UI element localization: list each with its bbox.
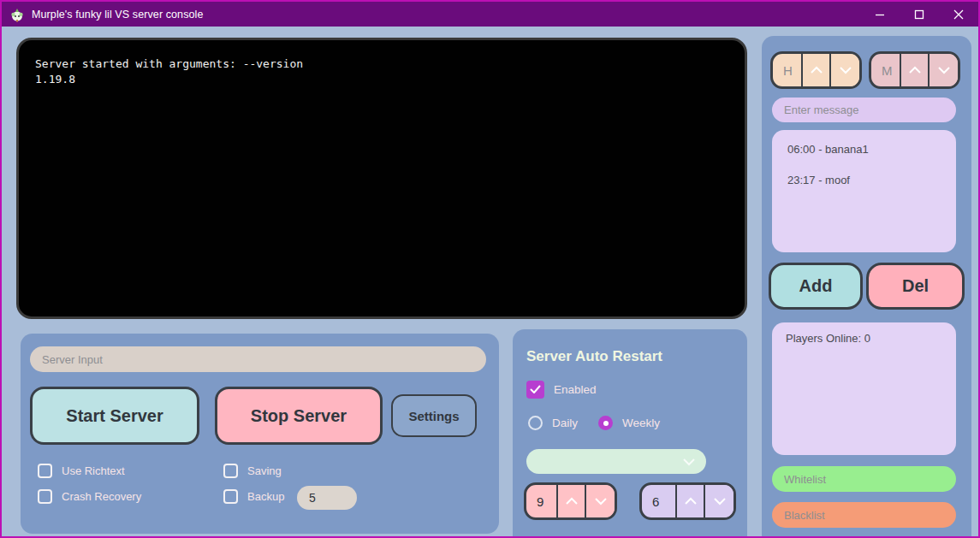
check-icon — [530, 385, 541, 394]
checkbox-label: Use Richtext — [62, 464, 125, 477]
window-title: Murple's funky lil VS server console — [32, 9, 204, 21]
console-output[interactable]: Server started with arguments: --version… — [16, 38, 747, 319]
spinner-down-button[interactable] — [930, 54, 958, 86]
players-online-header: Players Online: 0 — [786, 332, 942, 345]
chevron-up-icon — [908, 66, 922, 74]
start-server-button[interactable]: Start Server — [30, 387, 199, 445]
checkbox-label: Saving — [247, 464, 282, 477]
spinner-value[interactable]: H — [773, 54, 803, 86]
auto-restart-panel: Server Auto Restart Enabled Daily Weekly… — [513, 329, 747, 538]
checkbox-crash-recovery[interactable]: Crash Recovery — [38, 489, 141, 504]
radio-daily[interactable]: Daily — [528, 416, 578, 430]
list-item[interactable]: 06:00 - banana1 — [787, 143, 941, 156]
chevron-down-icon — [839, 66, 852, 74]
close-icon — [953, 9, 964, 20]
server-control-panel: Start Server Stop Server Settings Use Ri… — [21, 334, 499, 534]
radio-dot — [603, 421, 609, 426]
maximize-icon — [914, 9, 924, 20]
chevron-up-icon — [565, 497, 579, 505]
spinner-down-button[interactable] — [705, 485, 734, 517]
add-message-button[interactable]: Add — [769, 263, 863, 310]
players-online-list[interactable]: Players Online: 0 — [772, 322, 956, 455]
enabled-label: Enabled — [554, 383, 597, 396]
radio-circle[interactable] — [598, 416, 613, 430]
server-input[interactable] — [30, 346, 486, 372]
settings-button[interactable]: Settings — [391, 394, 477, 437]
checkbox-use-richtext[interactable]: Use Richtext — [38, 464, 125, 478]
spinner-down-button[interactable] — [586, 485, 615, 517]
delete-message-button[interactable]: Del — [866, 263, 965, 310]
checkbox-box[interactable] — [38, 489, 52, 504]
checkbox-box[interactable] — [38, 464, 52, 478]
message-minute-spinner: M — [869, 51, 960, 89]
restart-day-dropdown[interactable] — [526, 449, 706, 474]
message-input[interactable] — [772, 98, 956, 122]
close-button[interactable] — [939, 2, 978, 27]
message-hour-spinner: H — [770, 51, 862, 89]
stop-server-button[interactable]: Stop Server — [215, 387, 383, 445]
spinner-value[interactable]: 6 — [642, 485, 677, 517]
checkbox-label: Backup — [247, 490, 284, 503]
window-controls — [860, 2, 978, 27]
spinner-down-button[interactable] — [831, 54, 859, 86]
app-window: Murple's funky lil VS server console Ser… — [0, 0, 980, 538]
app-icon — [9, 7, 25, 22]
radio-label: Daily — [552, 417, 578, 429]
checkbox-backup[interactable]: Backup — [223, 489, 284, 504]
minimize-button[interactable] — [860, 2, 900, 27]
checkbox-saving[interactable]: Saving — [223, 464, 282, 478]
spinner-up-button[interactable] — [558, 485, 586, 517]
checkbox-box[interactable] — [223, 464, 238, 478]
radio-weekly[interactable]: Weekly — [598, 416, 660, 430]
whitelist-input[interactable] — [772, 466, 956, 492]
auto-restart-title: Server Auto Restart — [526, 348, 662, 365]
chevron-down-icon — [937, 66, 951, 74]
chevron-up-icon — [810, 66, 823, 74]
chevron-down-icon — [682, 458, 696, 466]
list-item[interactable]: 23:17 - moof — [787, 174, 941, 186]
restart-minute-spinner: 6 — [639, 482, 736, 520]
checkbox-box[interactable] — [526, 381, 544, 399]
spinner-value[interactable]: M — [871, 54, 901, 86]
scheduled-messages-list[interactable]: 06:00 - banana1 23:17 - moof — [772, 130, 956, 252]
spinner-up-button[interactable] — [803, 54, 831, 86]
checkbox-box[interactable] — [223, 489, 238, 504]
spinner-up-button[interactable] — [677, 485, 705, 517]
spinner-up-button[interactable] — [901, 54, 930, 86]
chevron-down-icon — [713, 497, 727, 505]
chevron-down-icon — [594, 497, 608, 505]
enabled-checkbox[interactable]: Enabled — [526, 381, 597, 399]
maximize-button[interactable] — [900, 2, 939, 27]
minimize-icon — [875, 9, 885, 20]
radio-circle[interactable] — [528, 416, 543, 430]
chevron-up-icon — [684, 497, 698, 505]
titlebar: Murple's funky lil VS server console — [2, 2, 978, 27]
checkbox-label: Crash Recovery — [62, 490, 141, 503]
restart-hour-spinner: 9 — [524, 482, 617, 520]
spinner-value[interactable]: 9 — [526, 485, 558, 517]
radio-label: Weekly — [622, 417, 660, 429]
messages-players-panel: H M 06:00 - banana1 23:17 - moof Add Del — [762, 36, 971, 538]
blacklist-input[interactable] — [772, 502, 956, 528]
backup-count-input[interactable] — [297, 486, 357, 510]
